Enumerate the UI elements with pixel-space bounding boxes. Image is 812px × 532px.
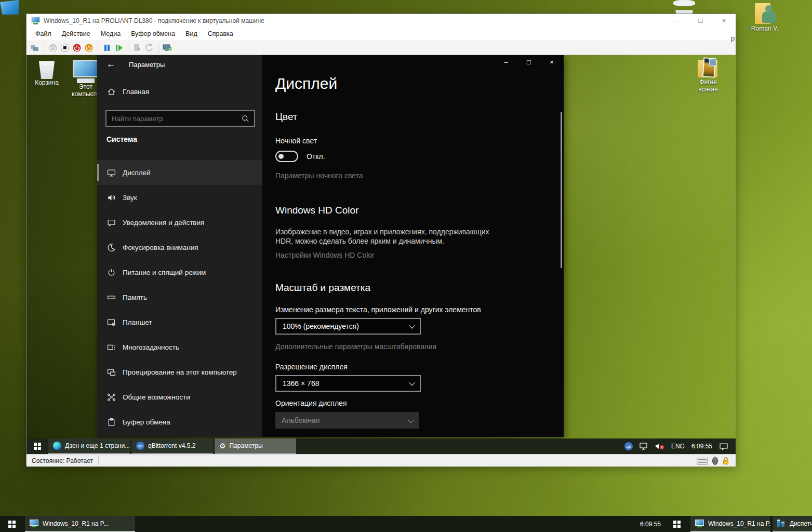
resume-vm-icon[interactable] [114, 43, 124, 52]
sidebar-item-projecting[interactable]: Проецирование на этот компьютер [97, 360, 262, 384]
search-input[interactable] [107, 115, 242, 123]
action-center-icon[interactable] [719, 443, 728, 450]
recycle-bin-body [37, 58, 56, 79]
sidebar-item-label: Многозадачность [123, 343, 179, 351]
revert-icon[interactable] [144, 43, 154, 52]
menu-action[interactable]: Действие [57, 28, 96, 39]
sidebar-item-shared-experiences[interactable]: Общие возможности [97, 384, 262, 409]
sidebar-item-focus-assist[interactable]: Фокусировка внимания [97, 235, 262, 260]
maximize-button[interactable]: □ [689, 17, 712, 24]
volume-muted-icon[interactable] [655, 443, 664, 450]
menu-media[interactable]: Медиа [96, 28, 126, 39]
sidebar-item-storage[interactable]: Память [97, 285, 262, 310]
advanced-scaling-link[interactable]: Дополнительные параметры масштабирования [275, 342, 436, 351]
maximize-button[interactable]: □ [524, 58, 534, 66]
stuff-folder-label-line2: всякая [691, 86, 725, 93]
hd-color-description-line2: HDR, можно сделать более ярким и динамич… [275, 237, 444, 245]
host-taskbar: Windows_10_R1 на P... 6:09:55 Windows_10… [0, 516, 812, 532]
language-indicator[interactable]: ENG [671, 443, 685, 450]
sidebar-item-multitasking[interactable]: Многозадачность [97, 335, 262, 360]
hd-color-description-line1: Изображение в видео, играх и приложениях… [275, 228, 489, 236]
resolution-dropdown[interactable]: 1366 × 768 [275, 375, 421, 392]
vm-toolbar [26, 41, 736, 55]
moon-icon [107, 243, 116, 252]
scale-dropdown[interactable]: 100% (рекомендуется) [275, 318, 421, 335]
sidebar-item-display[interactable]: Дисплей [97, 160, 262, 185]
stuff-folder-icon[interactable]: Фигня всякая [691, 58, 725, 93]
night-light-settings-link[interactable]: Параметры ночного света [275, 171, 363, 180]
sidebar-item-label: Планшет [123, 318, 152, 326]
sidebar-item-sound[interactable]: Звук [97, 185, 262, 210]
sidebar-item-label: Питание и спящий режим [123, 269, 206, 276]
sidebar-item-label: Проецирование на этот компьютер [123, 368, 237, 376]
sidebar-item-notifications[interactable]: Уведомления и действия [97, 210, 262, 235]
save-vm-icon[interactable] [84, 43, 94, 52]
menu-clipboard[interactable]: Буфер обмена [126, 28, 180, 39]
back-button[interactable]: ← [107, 59, 115, 70]
user-folder-icon[interactable]: Roman V. [744, 2, 786, 32]
vm-menubar: Файл Действие Медиа Буфер обмена Вид Спр… [26, 27, 736, 41]
hyperv-window-icon [31, 17, 40, 24]
shut-down-vm-icon[interactable] [72, 43, 82, 52]
vm-system-tray: qb ENG 6:09:55 [624, 438, 736, 454]
taskbar-button-qbittorrent[interactable]: qb qBittorrent v4.5.2 [131, 438, 213, 454]
lock-icon [722, 457, 729, 467]
settings-search-box[interactable] [105, 110, 255, 127]
resolution-dropdown-value: 1366 × 768 [276, 379, 319, 388]
taskbar-button-label: Windows_10_R1 на P... [708, 520, 770, 527]
close-button[interactable]: × [712, 17, 736, 24]
host-start-button-monitor2[interactable] [665, 516, 689, 532]
orientation-dropdown-value: Альбомная [275, 416, 320, 424]
chevron-down-icon [409, 322, 416, 329]
menu-help[interactable]: Справка [203, 28, 238, 39]
sidebar-section-title: Система [107, 135, 137, 143]
vm-recycle-bin-icon[interactable]: ♻ Корзина [31, 58, 63, 86]
ctrl-alt-del-icon[interactable] [30, 43, 39, 52]
tablet-icon [107, 318, 116, 327]
taskbar-button-label: Windows_10_R1 на P... [43, 520, 109, 527]
sound-icon [107, 193, 116, 202]
sidebar-item-tablet[interactable]: Планшет [97, 310, 262, 335]
night-light-toggle[interactable] [275, 151, 298, 162]
qbittorrent-tray-icon[interactable]: qb [624, 442, 633, 450]
minimize-button[interactable]: – [501, 58, 511, 66]
sidebar-item-power-sleep[interactable]: Питание и спящий режим [97, 260, 262, 285]
pause-vm-icon[interactable] [102, 43, 112, 52]
enhanced-session-icon[interactable] [163, 43, 172, 52]
vm-start-button[interactable] [26, 438, 48, 454]
checkpoint-icon[interactable] [132, 43, 142, 52]
host-taskbar-vm-button-monitor2[interactable]: Windows_10_R1 на P... [690, 516, 770, 532]
vm-window-titlebar[interactable]: Windows_10_R1 на PROLIANT-DL380 - подклю… [26, 14, 736, 27]
settings-scrollbar[interactable] [561, 112, 562, 268]
toolbar-separator [44, 43, 44, 52]
sidebar-item-clipboard[interactable]: Буфер обмена [97, 409, 262, 434]
network-icon[interactable] [640, 443, 648, 450]
page-title: Дисплей [275, 75, 337, 92]
host-clock[interactable]: 6:09:55 [612, 516, 661, 532]
search-icon[interactable] [242, 115, 254, 123]
minimize-button[interactable]: – [665, 17, 689, 24]
host-start-button[interactable] [0, 516, 24, 532]
hd-color-settings-link[interactable]: Настройки Windows HD Color [275, 251, 375, 259]
menu-view[interactable]: Вид [180, 28, 203, 39]
close-button[interactable]: × [547, 58, 556, 66]
host-shortcut-icon[interactable] [0, 0, 19, 15]
turn-off-vm-icon[interactable] [60, 43, 70, 52]
taskbar-button-browser[interactable]: Дзен и еще 1 страни... [48, 438, 130, 454]
sidebar-item-label: Фокусировка внимания [123, 244, 198, 251]
menu-file[interactable]: Файл [30, 28, 57, 39]
scale-heading: Масштаб и разметка [275, 282, 370, 294]
vm-clock[interactable]: 6:09:55 [691, 443, 712, 450]
display-icon [107, 168, 116, 177]
person-head-shape [765, 5, 772, 12]
sidebar-item-home[interactable]: Главная [107, 87, 149, 96]
shared-experiences-icon [107, 393, 116, 402]
taskbar-button-settings[interactable]: ⚙ Параметры [215, 438, 296, 454]
start-vm-icon[interactable] [48, 43, 58, 52]
keyboard-capture-icon [697, 458, 708, 466]
host-taskbar-hyperv-manager-button[interactable]: Диспетчер [773, 516, 812, 532]
settings-window: – □ × ← Параметры Главная [97, 55, 564, 437]
host-taskbar-vm-button[interactable]: Windows_10_R1 на P... [25, 516, 135, 532]
monitor-shape [73, 60, 99, 77]
scale-label: Изменение размера текста, приложений и д… [275, 305, 481, 314]
